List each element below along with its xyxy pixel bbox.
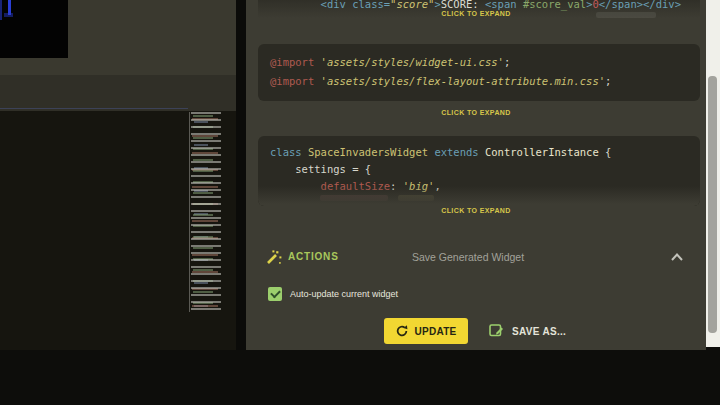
- background-app: [0, 0, 236, 405]
- actions-section: ACTIONS Save Generated Widget: [246, 246, 706, 270]
- scrollbar-thumb[interactable]: [708, 76, 717, 333]
- actions-subtitle: Save Generated Widget: [412, 251, 524, 263]
- code-line: settings = {: [270, 161, 688, 178]
- code-token: ;: [605, 75, 611, 87]
- code-token: ControllerInstance: [485, 146, 605, 158]
- code-token: <div class=: [270, 0, 390, 10]
- code-minimap: [189, 112, 231, 312]
- code-block-css-imports[interactable]: @import 'assets/styles/widget-ui.css';@i…: [258, 44, 700, 101]
- code-block-js-class[interactable]: class SpaceInvadersWidget extends Contro…: [258, 136, 700, 206]
- magic-wand-icon: [264, 248, 283, 267]
- code-token: SpaceInvadersWidget: [308, 146, 434, 158]
- expand-label[interactable]: CLICK TO EXPAND: [246, 109, 706, 116]
- composer-background: [0, 350, 720, 405]
- blue-selection-mark: [0, 0, 2, 20]
- scrollbar-track[interactable]: [706, 0, 720, 347]
- actions-title: ACTIONS: [288, 251, 339, 262]
- screen: <div class="score">SCORE: <span #score_v…: [0, 0, 720, 405]
- terminal-box: [0, 0, 68, 58]
- code-line: @import 'assets/styles/flex-layout-attri…: [270, 72, 688, 91]
- code-token: #score_val: [523, 0, 586, 10]
- code-line: @import 'assets/styles/widget-ui.css';: [270, 53, 688, 72]
- code-token: class: [270, 146, 308, 158]
- background-app-band: [0, 75, 236, 111]
- code-token: @import: [270, 56, 321, 68]
- code-token: @import: [270, 75, 321, 87]
- save-edit-icon: [488, 323, 504, 339]
- auto-update-checkbox[interactable]: [268, 287, 282, 301]
- code-token: settings = {: [270, 163, 371, 175]
- actions-buttons-row: UPDATE SAVE AS...: [246, 318, 706, 345]
- blue-selection-mark: [4, 13, 13, 17]
- assistant-panel: <div class="score">SCORE: <span #score_v…: [246, 0, 706, 350]
- divider-line: [0, 108, 188, 109]
- panel-edge-gap: [236, 0, 246, 350]
- code-token: SCORE:: [441, 0, 485, 10]
- chevron-up-icon[interactable]: [670, 252, 684, 262]
- code-token: {: [605, 146, 611, 158]
- code-line: <div class="score">SCORE: <span #score_v…: [270, 0, 688, 10]
- save-as-button-label: SAVE AS...: [512, 326, 566, 337]
- save-as-button[interactable]: SAVE AS...: [482, 319, 572, 343]
- code-token: 'assets/styles/widget-ui.css': [321, 56, 504, 68]
- expand-label[interactable]: CLICK TO EXPAND: [246, 207, 706, 214]
- code-token: </span></div>: [599, 0, 681, 10]
- auto-update-label[interactable]: Auto-update current widget: [290, 289, 398, 299]
- expand-label[interactable]: CLICK TO EXPAND: [246, 10, 706, 17]
- code-token: "score": [390, 0, 434, 10]
- auto-update-row: Auto-update current widget: [246, 286, 706, 304]
- code-token: 'assets/styles/flex-layout-attribute.min…: [321, 75, 605, 87]
- code-fade-gradient: [258, 186, 700, 206]
- code-token: ;: [504, 56, 510, 68]
- sync-icon: [395, 324, 409, 338]
- code-token: extends: [434, 146, 485, 158]
- update-button[interactable]: UPDATE: [384, 318, 468, 344]
- update-button-label: UPDATE: [414, 326, 456, 337]
- code-token: <span: [485, 0, 523, 10]
- code-line: class SpaceInvadersWidget extends Contro…: [270, 144, 688, 161]
